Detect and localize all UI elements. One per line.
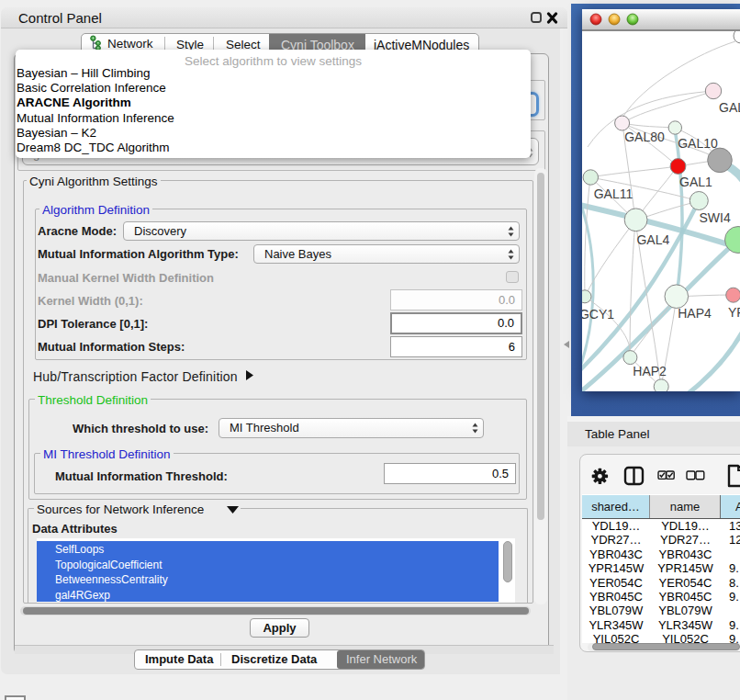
svg-text:HAP4: HAP4 bbox=[678, 306, 712, 321]
svg-text:GAL80: GAL80 bbox=[624, 130, 665, 144]
svg-text:HAP2: HAP2 bbox=[633, 364, 667, 378]
svg-text:GCY1: GCY1 bbox=[582, 307, 614, 322]
svg-text:GAL4: GAL4 bbox=[636, 232, 669, 247]
svg-text:YP: YP bbox=[728, 305, 740, 320]
svg-text:SWI4: SWI4 bbox=[699, 210, 730, 225]
svg-text:GAL1: GAL1 bbox=[679, 175, 712, 189]
svg-text:GAL11: GAL11 bbox=[594, 186, 633, 201]
svg-text:GAL10: GAL10 bbox=[678, 136, 718, 151]
svg-text:GAL7: GAL7 bbox=[719, 100, 740, 115]
